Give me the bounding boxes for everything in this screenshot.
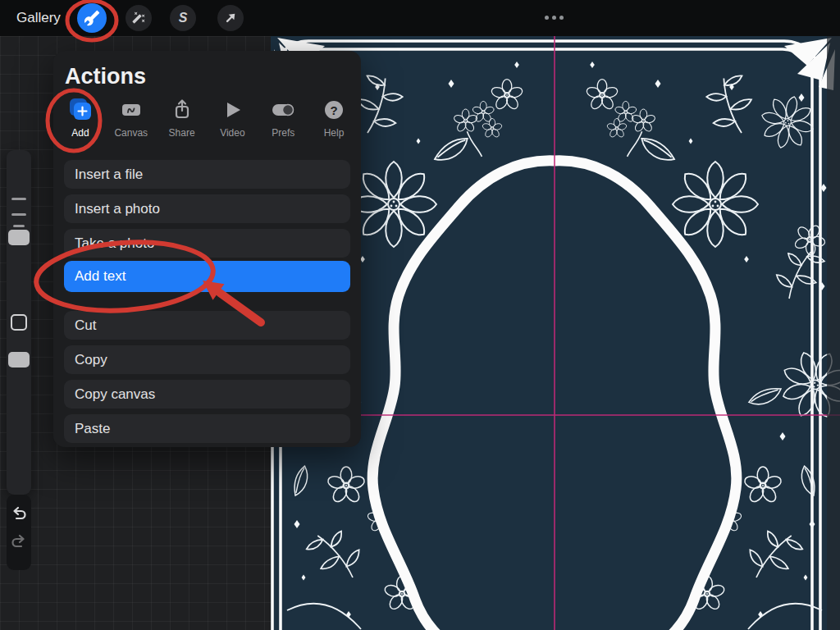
- tab-help[interactable]: ? Help: [308, 97, 359, 139]
- menu-item-insert-a-photo[interactable]: Insert a photo: [64, 194, 350, 223]
- actions-panel: Actions Add: [53, 51, 361, 447]
- slider-tick: [11, 198, 26, 200]
- slider-tick: [11, 213, 26, 216]
- tab-prefs[interactable]: Prefs: [258, 97, 308, 139]
- actions-tabs: Add Canvas Share: [55, 97, 359, 139]
- menu-item-copy-canvas[interactable]: Copy canvas: [64, 380, 350, 409]
- wrench-icon: [84, 10, 100, 26]
- question-glyph: ?: [330, 103, 337, 117]
- help-icon: ?: [321, 97, 347, 123]
- menu-item-take-a-photo[interactable]: Take a photo: [64, 229, 350, 258]
- tab-label: Prefs: [272, 127, 294, 139]
- tab-label: Share: [169, 127, 195, 139]
- menu-item-add-text[interactable]: Add text: [64, 261, 350, 292]
- tab-share[interactable]: Share: [157, 97, 208, 139]
- add-icon: [67, 97, 94, 123]
- toggle-icon: [270, 97, 296, 123]
- magic-wand-icon: [131, 11, 146, 25]
- actions-tool-button[interactable]: [77, 3, 107, 33]
- top-toolbar: Gallery S: [0, 0, 840, 36]
- menu-item-insert-a-file[interactable]: Insert a file: [64, 160, 350, 189]
- tab-label: Video: [220, 127, 244, 139]
- menu-item-paste[interactable]: Paste: [64, 414, 350, 443]
- sidebar-undo-redo: [7, 495, 31, 570]
- gallery-button[interactable]: Gallery: [16, 0, 61, 36]
- tab-add[interactable]: Add: [55, 97, 106, 139]
- tab-label: Add: [71, 127, 89, 139]
- sidebar-sliders: [7, 150, 31, 495]
- tab-canvas[interactable]: Canvas: [106, 97, 157, 139]
- opacity-slider-handle[interactable]: [8, 352, 30, 368]
- multitask-dots[interactable]: [545, 16, 568, 20]
- tab-label: Help: [324, 127, 345, 139]
- slider-tick: [13, 225, 25, 227]
- tab-label: Canvas: [114, 127, 148, 139]
- transform-tool-button[interactable]: [217, 5, 244, 31]
- canvas-icon: [118, 97, 144, 123]
- undo-icon[interactable]: [9, 504, 29, 523]
- brush-size-slider-handle[interactable]: [8, 230, 30, 245]
- selection-tool-button[interactable]: S: [170, 5, 196, 31]
- menu-item-copy[interactable]: Copy: [64, 345, 350, 374]
- actions-menu: Insert a file Insert a photo Take a phot…: [64, 160, 350, 449]
- selection-s-icon: S: [179, 11, 188, 25]
- redo-icon[interactable]: [9, 532, 29, 550]
- panel-title: Actions: [65, 64, 146, 89]
- play-icon: [219, 97, 245, 123]
- canvas-right-edge-shade: [827, 36, 840, 630]
- tab-video[interactable]: Video: [207, 97, 258, 139]
- modify-button[interactable]: [11, 314, 27, 331]
- adjustments-tool-button[interactable]: [126, 5, 152, 31]
- procreate-app: Gallery S: [0, 0, 840, 630]
- transform-arrow-icon: [223, 11, 238, 25]
- menu-item-cut[interactable]: Cut: [64, 311, 350, 340]
- share-icon: [169, 97, 195, 123]
